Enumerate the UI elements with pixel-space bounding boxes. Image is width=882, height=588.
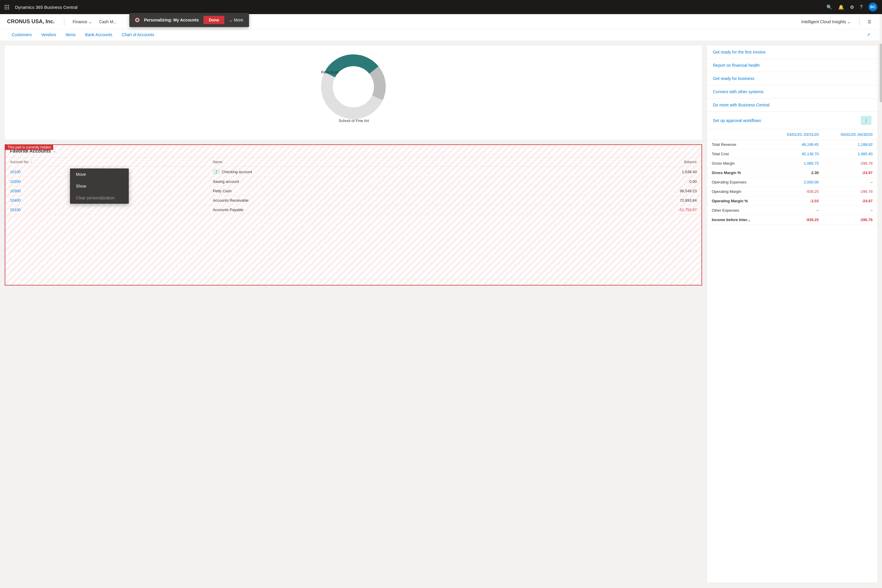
account-no[interactable]: 20100 xyxy=(5,205,208,214)
fin-label: Operating Expenses xyxy=(707,178,770,187)
fin-row-0: Total Revenue 46,199.45 1,188.62 xyxy=(707,140,877,149)
fin-val2: – xyxy=(824,206,877,215)
tab-items[interactable]: Items xyxy=(61,29,80,40)
fin-val2: -296.78 xyxy=(824,187,877,196)
svg-text:Relecloud: Relecloud xyxy=(321,70,338,74)
row-dots-button[interactable]: ⋮ xyxy=(213,169,220,174)
personalizing-bar: Personalizing: My Accounts Done ⌄ More xyxy=(129,13,249,27)
context-show[interactable]: Show xyxy=(70,180,129,192)
fin-val2: -296.78 xyxy=(824,159,877,168)
tab-customers[interactable]: Customers xyxy=(7,29,36,40)
fin-col-1[interactable]: 03/01/20..03/31/20 xyxy=(770,129,823,140)
avatar[interactable]: BC xyxy=(868,3,877,12)
nav-divider-2 xyxy=(859,18,860,26)
company-name[interactable]: CRONUS USA, Inc. xyxy=(7,18,55,25)
personalizing-text: Personalizing: My Accounts xyxy=(144,18,199,22)
fin-label: Operating Margin % xyxy=(707,196,770,206)
fin-val1: 2.30 xyxy=(770,168,823,178)
svg-point-3 xyxy=(336,69,371,104)
account-balance: 72,893.84 xyxy=(522,196,702,205)
account-balance: 1,638.40 xyxy=(522,167,702,177)
account-balance: 0.00 xyxy=(522,177,702,186)
account-name: Saving account xyxy=(208,177,522,186)
tab-vendors[interactable]: Vendors xyxy=(36,29,61,40)
fin-val2: -24.97 xyxy=(824,196,877,206)
context-move[interactable]: Move xyxy=(70,168,129,180)
account-name: ⋮ Checking account xyxy=(208,167,522,177)
fin-val1: 2,000.00 xyxy=(770,178,823,187)
personalizing-dot xyxy=(135,18,140,22)
fin-row-4: Operating Expenses 2,000.00 – xyxy=(707,178,877,187)
fin-val1: – xyxy=(770,206,823,215)
tab-bank-accounts[interactable]: Bank Accounts xyxy=(80,29,117,40)
fin-val2: -24.97 xyxy=(824,168,877,178)
getting-started-list: Get ready for the first invoice Report o… xyxy=(707,46,877,129)
fin-label: Other Expenses xyxy=(707,206,770,215)
fin-row-1: Total Cost 45,138.70 1,485.40 xyxy=(707,149,877,159)
top-bar: Dynamics 365 Business Central 🔍 🔔 ⚙ ? BC xyxy=(0,0,882,14)
gs-item-3[interactable]: Connect with other systems xyxy=(707,85,877,99)
chevron-down-icon: ⌄ xyxy=(229,18,232,22)
search-icon[interactable]: 🔍 xyxy=(826,4,832,10)
col-balance[interactable]: Balance xyxy=(522,158,702,167)
nav-cash[interactable]: Cash M... xyxy=(96,14,120,29)
fin-row-6: Operating Margin % -2.03 -24.97 xyxy=(707,196,877,206)
hidden-label: This part is currently hidden xyxy=(5,145,53,150)
app-title: Dynamics 365 Business Central xyxy=(15,5,823,10)
fin-val1: -939.25 xyxy=(770,215,823,225)
app-grid-icon[interactable] xyxy=(5,5,9,9)
nav-hamburger[interactable]: ☰ xyxy=(864,14,875,29)
fin-val2: 1,188.62 xyxy=(824,140,877,149)
fin-val1: 46,199.45 xyxy=(770,140,823,149)
tab-nav: Customers Vendors Items Bank Accounts Ch… xyxy=(0,29,882,41)
fin-row-3: Gross Margin % 2.30 -24.97 xyxy=(707,168,877,178)
col-account-no[interactable]: Account No. ↑ xyxy=(5,158,208,167)
gs-item-4[interactable]: Do more with Business Central xyxy=(707,99,877,112)
fin-val2: 1,485.40 xyxy=(824,149,877,159)
col-name[interactable]: Name xyxy=(208,158,522,167)
settings-icon[interactable]: ⚙ xyxy=(850,4,854,10)
nav-intelligent-cloud[interactable]: Intelligent Cloud Insights ⌄ xyxy=(798,14,854,29)
fin-label: Total Revenue xyxy=(707,140,770,149)
nav-finance[interactable]: Finance ⌄ xyxy=(69,14,96,29)
chevron-down-icon: ⌄ xyxy=(88,20,92,24)
chevron-icon: ⌄ xyxy=(53,149,56,153)
fin-table-container: 03/01/20..03/31/20 04/01/20..04/30/20 To… xyxy=(707,129,877,225)
tab-chart-of-accounts[interactable]: Chart of Accounts xyxy=(117,29,159,40)
fin-col-2[interactable]: 04/01/20..04/30/20 xyxy=(824,129,877,140)
fin-val2: -296.78 xyxy=(824,215,877,225)
gs-item-1[interactable]: Report on financial health xyxy=(707,59,877,72)
top-bar-icons: 🔍 🔔 ⚙ ? BC xyxy=(826,3,877,12)
hidden-section: This part is currently hidden Favorite A… xyxy=(5,144,702,285)
fin-val1: 1,060.75 xyxy=(770,159,823,168)
help-icon[interactable]: ? xyxy=(860,4,862,10)
fin-val1: -939.25 xyxy=(770,187,823,196)
fin-label: Operating Margin xyxy=(707,187,770,196)
account-balance: -51,750.97 xyxy=(522,205,702,214)
fin-row-8: Income before Inter... -939.25 -296.78 xyxy=(707,215,877,225)
scrollbar[interactable] xyxy=(880,14,882,588)
done-button[interactable]: Done xyxy=(204,16,224,24)
gs-dots-button[interactable]: ⋮ xyxy=(861,116,872,125)
more-button[interactable]: ⌄ More xyxy=(229,18,243,22)
donut-area: Relecloud School of Fine Art xyxy=(5,46,702,140)
account-name: Accounts Receivable xyxy=(208,196,522,205)
fin-val1: 45,138.70 xyxy=(770,149,823,159)
notification-icon[interactable]: 🔔 xyxy=(838,4,844,10)
account-name: Petty Cash xyxy=(208,186,522,196)
hamburger-icon: ☰ xyxy=(868,20,872,24)
gs-item-2[interactable]: Get ready for business xyxy=(707,72,877,85)
context-clear[interactable]: Clear personalization xyxy=(70,192,129,204)
right-panel: Get ready for the first invoice Report o… xyxy=(707,46,877,582)
main-content: Relecloud School of Fine Art This part i… xyxy=(0,41,882,587)
fin-val2: – xyxy=(824,178,877,187)
scrollbar-thumb[interactable] xyxy=(880,44,882,102)
chevron-down-icon: ⌄ xyxy=(847,20,851,24)
expand-icon[interactable]: ↗ xyxy=(862,29,875,40)
gs-item-5[interactable]: Set up approval workflows ⋮ xyxy=(707,112,877,129)
nav-divider xyxy=(64,18,64,26)
gs-item-0[interactable]: Get ready for the first invoice xyxy=(707,46,877,59)
donut-chart: Relecloud School of Fine Art xyxy=(312,51,394,134)
fin-col-label xyxy=(707,129,770,140)
fin-row-5: Operating Margin -939.25 -296.78 xyxy=(707,187,877,196)
